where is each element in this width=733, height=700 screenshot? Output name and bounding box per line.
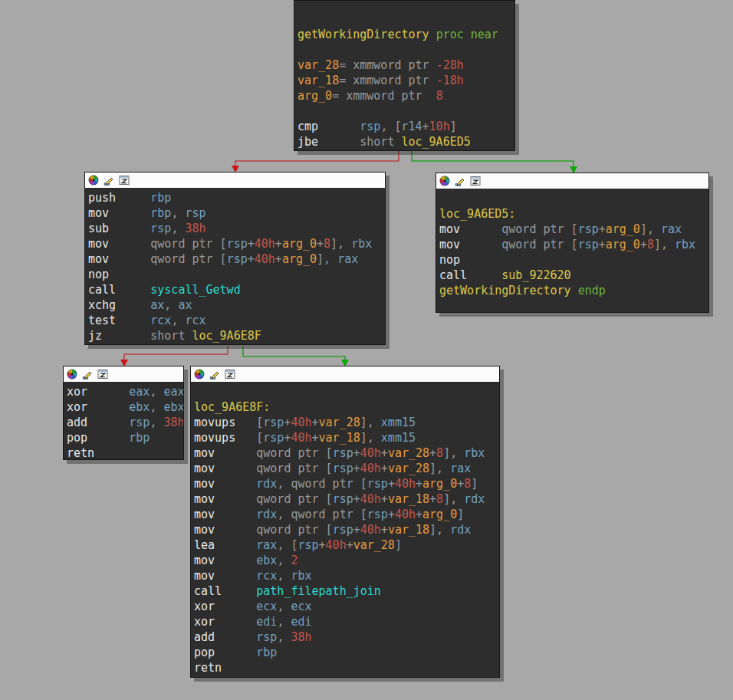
instruction-line[interactable]: cmp rsp, [r14+10h] bbox=[297, 119, 514, 134]
instruction-line[interactable]: mov rbp, rsp bbox=[88, 205, 385, 221]
code-token: + bbox=[275, 252, 282, 266]
instruction-line[interactable]: xor ebx, ebx bbox=[67, 399, 183, 415]
instruction-line[interactable]: movups [rsp+40h+var_28], xmm15 bbox=[194, 415, 499, 430]
node-titlebar[interactable] bbox=[436, 173, 708, 189]
frame-icon[interactable] bbox=[225, 369, 235, 380]
instruction-line[interactable]: xchg ax, ax bbox=[88, 297, 385, 313]
color-wheel-icon[interactable] bbox=[194, 369, 205, 380]
instruction-line[interactable]: getWorkingDirectory endp bbox=[439, 283, 708, 298]
instruction-line[interactable]: mov qword ptr [rsp+40h+var_18], rdx bbox=[194, 522, 499, 537]
code-token: [ bbox=[256, 416, 263, 429]
code-token: nop bbox=[88, 268, 109, 281]
instruction-line[interactable]: add rsp, 38h bbox=[67, 415, 183, 430]
blank-line bbox=[194, 384, 499, 399]
code-token: loc_9A6E8F: bbox=[194, 400, 270, 414]
edit-icon[interactable] bbox=[209, 369, 220, 380]
instruction-line[interactable]: xor eax, eax bbox=[67, 384, 183, 399]
code-token: 8 bbox=[436, 492, 443, 506]
instruction-line[interactable]: mov qword ptr [rsp+arg_0], rax bbox=[439, 222, 708, 237]
instruction-line[interactable]: jz short loc_9A6E8F bbox=[88, 328, 385, 343]
code-token: 8 bbox=[464, 477, 471, 491]
instruction-line[interactable]: arg_0= xmmword ptr 8 bbox=[297, 88, 514, 104]
code-token: + bbox=[312, 416, 319, 429]
instruction-line[interactable]: mov qword ptr [rsp+40h+var_18+8], rdx bbox=[194, 491, 499, 507]
instruction-line[interactable]: add rsp, 38h bbox=[194, 629, 499, 645]
instruction-line[interactable]: nop bbox=[439, 252, 708, 268]
color-wheel-icon[interactable] bbox=[88, 175, 99, 186]
instruction-line[interactable]: retn bbox=[194, 660, 499, 675]
instruction-line[interactable]: call sub_922620 bbox=[439, 268, 708, 283]
code-token: ], bbox=[317, 252, 337, 266]
instruction-line[interactable]: jbe short loc_9A6ED5 bbox=[297, 134, 514, 150]
code-token: var_28 bbox=[319, 416, 360, 429]
code-token: mov bbox=[194, 508, 256, 521]
graph-node-entry[interactable]: getWorkingDirectory proc nearvar_28= xmm… bbox=[294, 0, 515, 151]
instruction-line[interactable]: loc_9A6ED5: bbox=[439, 206, 708, 222]
instruction-line[interactable]: sub rsp, 38h bbox=[88, 221, 385, 236]
node-titlebar[interactable] bbox=[85, 173, 385, 189]
code-token: retn bbox=[194, 661, 222, 675]
instruction-line[interactable]: mov rcx, rbx bbox=[194, 568, 499, 583]
instruction-line[interactable]: xor edi, edi bbox=[194, 614, 499, 629]
instruction-line[interactable]: test rcx, rcx bbox=[88, 313, 385, 328]
node-titlebar[interactable] bbox=[64, 366, 183, 383]
edit-icon[interactable] bbox=[82, 369, 93, 380]
code-token: 40h bbox=[291, 416, 311, 429]
instruction-line[interactable]: retn bbox=[67, 445, 183, 460]
code-token: rdx bbox=[464, 492, 485, 506]
code-token: syscall_Getwd bbox=[150, 283, 240, 297]
instruction-line[interactable]: mov ebx, 2 bbox=[194, 553, 499, 568]
color-wheel-icon[interactable] bbox=[439, 176, 450, 186]
code-token: -28h bbox=[436, 58, 464, 72]
code-token: ], bbox=[443, 492, 464, 506]
code-token: rsp bbox=[333, 446, 353, 460]
code-token: var_28 bbox=[297, 58, 339, 72]
instruction-line[interactable]: nop bbox=[88, 267, 385, 282]
instruction-line[interactable]: movups [rsp+40h+var_18], xmm15 bbox=[194, 430, 499, 445]
code-token: rbx bbox=[675, 238, 695, 251]
code-token: rcx bbox=[150, 314, 171, 327]
node-titlebar[interactable] bbox=[191, 366, 499, 383]
edit-icon[interactable] bbox=[104, 175, 114, 186]
code-token: + bbox=[429, 446, 436, 460]
instruction-line[interactable]: mov rdx, qword ptr [rsp+40h+arg_0+8] bbox=[194, 476, 499, 491]
instruction-line[interactable]: mov qword ptr [rsp+40h+arg_0], rax bbox=[88, 251, 385, 267]
graph-node-entry-body[interactable]: push rbpmov rbp, rspsub rsp, 38hmov qwor… bbox=[84, 172, 386, 345]
code-token: qword ptr [ bbox=[501, 222, 577, 236]
frame-icon[interactable] bbox=[470, 176, 481, 186]
node-code: xor eax, eaxxor ebx, ebxadd rsp, 38hpop … bbox=[64, 383, 183, 460]
instruction-line[interactable]: call path_filepath_join bbox=[194, 583, 499, 599]
instruction-line[interactable]: push rbp bbox=[88, 190, 385, 205]
code-token: cmp bbox=[297, 120, 360, 133]
code-token: 40h bbox=[360, 446, 381, 460]
code-token: , bbox=[164, 298, 178, 312]
instruction-line[interactable]: mov qword ptr [rsp+40h+var_28], rax bbox=[194, 461, 499, 476]
graph-node-return-zero[interactable]: xor eax, eaxxor ebx, ebxadd rsp, 38hpop … bbox=[63, 366, 184, 460]
code-token: , bbox=[277, 615, 291, 629]
instruction-line[interactable]: var_18= xmmword ptr -18h bbox=[297, 73, 514, 88]
code-token: add bbox=[67, 416, 129, 429]
instruction-line[interactable]: mov qword ptr [rsp+arg_0+8], rbx bbox=[439, 237, 708, 252]
code-token: 40h bbox=[360, 492, 381, 506]
instruction-line[interactable]: loc_9A6E8F: bbox=[194, 399, 499, 415]
frame-icon[interactable] bbox=[97, 369, 108, 380]
instruction-line[interactable]: mov qword ptr [rsp+40h+arg_0+8], rbx bbox=[88, 236, 385, 251]
instruction-line[interactable]: call syscall_Getwd bbox=[88, 282, 385, 297]
code-token: + bbox=[388, 508, 395, 521]
instruction-line[interactable]: lea rax, [rsp+40h+var_28] bbox=[194, 537, 499, 553]
instruction-line[interactable]: mov rdx, qword ptr [rsp+40h+arg_0] bbox=[194, 507, 499, 522]
code-token: 38h bbox=[291, 630, 311, 644]
graph-node-loc-9A6ED5[interactable]: loc_9A6ED5:mov qword ptr [rsp+arg_0], ra… bbox=[436, 173, 709, 313]
instruction-line[interactable]: pop rbp bbox=[67, 430, 183, 445]
color-wheel-icon[interactable] bbox=[67, 369, 77, 380]
graph-node-loc-9A6E8F[interactable]: loc_9A6E8F:movups [rsp+40h+var_28], xmm1… bbox=[190, 366, 500, 678]
instruction-line[interactable]: mov qword ptr [rsp+40h+var_28+8], rbx bbox=[194, 445, 499, 461]
instruction-line[interactable]: var_28= xmmword ptr -28h bbox=[297, 58, 514, 73]
instruction-line[interactable]: getWorkingDirectory proc near bbox=[297, 27, 514, 42]
frame-icon[interactable] bbox=[119, 175, 130, 186]
code-token: 40h bbox=[395, 508, 416, 521]
instruction-line[interactable]: pop rbp bbox=[194, 645, 499, 660]
instruction-line[interactable]: xor ecx, ecx bbox=[194, 599, 499, 614]
code-token: rsp bbox=[578, 222, 599, 236]
edit-icon[interactable] bbox=[455, 176, 465, 186]
